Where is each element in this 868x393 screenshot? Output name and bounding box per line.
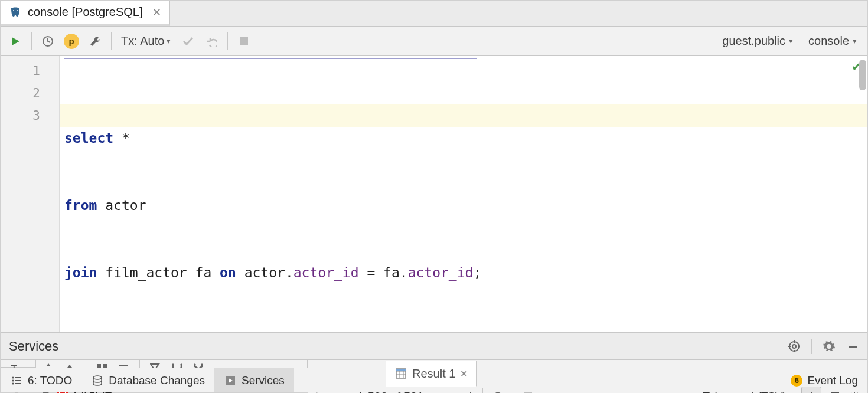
schema-label: guest.public xyxy=(722,34,785,48)
svg-point-1 xyxy=(17,10,18,11)
svg-rect-29 xyxy=(396,369,406,371)
editor-toolbar: p Tx: Auto▾ guest.public▾ console▾ xyxy=(1,27,867,56)
gear-icon[interactable]: ▾ xyxy=(849,390,862,393)
svg-point-0 xyxy=(13,10,14,11)
svg-point-41 xyxy=(12,379,14,381)
editor-gutter: 1 2 3 xyxy=(1,56,60,332)
scrollbar[interactable] xyxy=(859,60,866,90)
play-box-icon xyxy=(224,374,237,387)
file-tab-console[interactable]: console [PostgreSQL] ✕ xyxy=(1,1,170,26)
tx-mode-dropdown[interactable]: Tx: Auto▾ xyxy=(118,34,174,48)
svg-point-4 xyxy=(789,342,799,351)
history-button[interactable] xyxy=(38,31,58,51)
notification-badge: 6 xyxy=(791,375,802,387)
last-page-icon[interactable]: ▸∣ xyxy=(461,390,474,393)
export-format-dropdown[interactable]: Tab-se…d (TSV)▾ xyxy=(703,390,794,393)
reload-icon[interactable] xyxy=(491,390,504,393)
services-body: TX▾ » ▶ Oracle ▶ MySQL ▶ xyxy=(1,360,867,368)
postgres-icon xyxy=(9,6,22,19)
status-todo-label: : TODO xyxy=(34,374,73,387)
services-left-toolbar: TX▾ » xyxy=(1,360,36,367)
services-title: Services xyxy=(9,339,58,354)
svg-rect-6 xyxy=(849,346,857,348)
status-db-changes-label: Database Changes xyxy=(109,374,205,387)
chevron-down-icon: ▾ xyxy=(789,37,793,45)
chevron-down-icon: ▾ xyxy=(167,37,171,45)
result-pane: Output Result 1 ✕ ∣◂ ◂ 1-500 of 501+ ▸ ▸… xyxy=(308,360,867,367)
tx-label-text: Tx: Auto xyxy=(121,34,164,48)
svg-rect-3 xyxy=(240,37,248,45)
services-tree-pane: ▶ Oracle ▶ MySQL ▶ Cassandra ▼ PostgreSQ… xyxy=(36,360,308,367)
tab-result-1[interactable]: Result 1 ✕ xyxy=(386,361,477,387)
target-icon[interactable] xyxy=(788,340,801,353)
minimize-icon[interactable] xyxy=(846,340,859,353)
gear-icon[interactable] xyxy=(823,340,836,353)
close-icon[interactable]: ✕ xyxy=(152,6,161,19)
more-icon[interactable]: » xyxy=(552,390,558,393)
sql-editor[interactable]: 1 2 3 select * from actor join film_acto… xyxy=(1,56,867,333)
wrench-button[interactable] xyxy=(85,31,105,51)
svg-rect-42 xyxy=(15,380,21,381)
stop-icon[interactable] xyxy=(521,390,534,393)
export-format-label: Tab-se…d (TSV) xyxy=(703,390,787,393)
svg-rect-44 xyxy=(15,383,21,384)
chevron-down-icon: ▾ xyxy=(853,37,857,45)
list-icon xyxy=(10,374,23,387)
database-icon xyxy=(91,374,104,387)
export-button[interactable] xyxy=(801,387,821,393)
status-todo[interactable]: 6: TODO xyxy=(1,368,81,392)
file-tab-strip: console [PostgreSQL] ✕ xyxy=(1,1,867,27)
services-panel-header: Services xyxy=(1,333,867,360)
console-label: console xyxy=(808,34,849,48)
file-tab-label: console [PostgreSQL] xyxy=(28,5,143,19)
import-icon[interactable] xyxy=(828,390,841,393)
svg-point-45 xyxy=(93,376,102,379)
status-services[interactable]: Services xyxy=(214,368,294,392)
commit-button[interactable] xyxy=(178,31,198,51)
status-todo-num: 6 xyxy=(28,374,34,387)
svg-point-5 xyxy=(792,345,796,348)
prev-page-icon[interactable]: ◂ xyxy=(334,390,347,393)
status-services-label: Services xyxy=(242,374,285,387)
status-event-log-label: Event Log xyxy=(807,374,858,387)
close-icon[interactable]: ✕ xyxy=(460,368,468,379)
run-button[interactable] xyxy=(5,31,25,51)
first-page-icon[interactable]: ∣◂ xyxy=(314,390,327,393)
svg-point-39 xyxy=(12,376,14,378)
param-button[interactable]: p xyxy=(61,31,81,51)
schema-dropdown[interactable]: guest.public▾ xyxy=(716,34,799,48)
editor-content[interactable]: select * from actor join film_actor fa o… xyxy=(60,56,867,332)
param-p-icon: p xyxy=(64,34,79,49)
next-page-icon[interactable]: ▸ xyxy=(441,390,454,393)
svg-rect-12 xyxy=(119,365,128,366)
tab-result-label: Result 1 xyxy=(412,367,455,381)
rollback-button[interactable] xyxy=(201,31,221,51)
svg-rect-40 xyxy=(15,377,21,378)
table-icon xyxy=(394,367,407,380)
status-db-changes[interactable]: Database Changes xyxy=(81,368,214,392)
svg-point-43 xyxy=(12,382,14,384)
console-dropdown[interactable]: console▾ xyxy=(802,34,863,48)
pager-range: 1-500 of 501+ xyxy=(354,390,434,394)
result-toolbar: ∣◂ ◂ 1-500 of 501+ ▸ ▸∣ » Tab-se…d (TSV)… xyxy=(308,387,867,393)
stop-button[interactable] xyxy=(234,31,254,51)
